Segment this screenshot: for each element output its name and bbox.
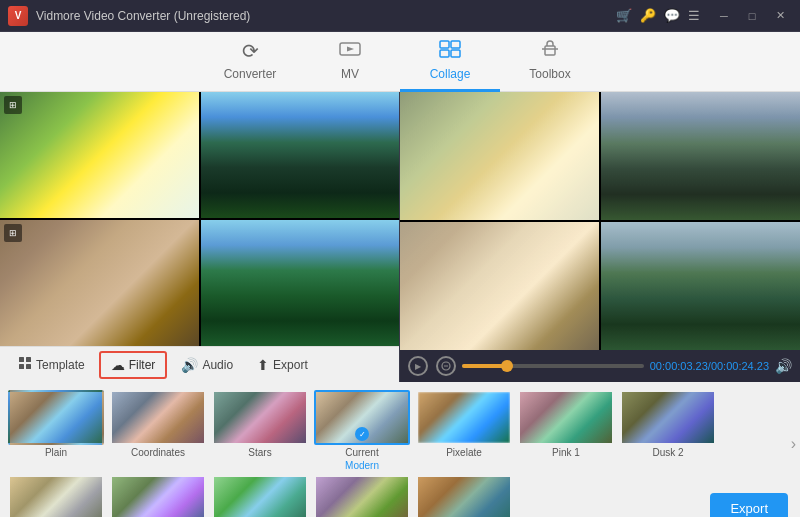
svg-rect-8 [26,357,31,362]
filter-item-pink1[interactable]: Pink 1 [518,390,614,471]
filter-item-plain[interactable]: Plain [8,390,104,471]
audio-button[interactable]: 🔊 Audio [171,353,243,377]
cell-overlay-1: ⊞ [4,96,22,114]
svg-rect-5 [545,46,555,55]
filter-thumb-plain [8,390,104,445]
filter-item-dusk2[interactable]: Dusk 2 [620,390,716,471]
cart-icon[interactable]: 🛒 [616,8,632,23]
tab-toolbox[interactable]: Toolbox [500,32,600,92]
filter-thumb-dusk2 [620,390,716,445]
filter-thumb-inner-r2-2 [112,477,204,517]
filter-thumb-inner-r2-5 [418,477,510,517]
export-button[interactable]: Export [710,493,788,517]
maximize-button[interactable]: □ [740,7,764,25]
svg-rect-7 [19,357,24,362]
player-time: 00:00:03.23/00:00:24.23 [650,360,769,372]
menu-icon[interactable]: ☰ [688,8,700,23]
filter-thumb-r2-3 [212,475,308,517]
svg-rect-9 [19,364,24,369]
collage-icon [439,40,461,63]
scroll-right-arrow[interactable]: › [791,435,796,453]
filter-thumb-r2-1 [8,475,104,517]
mv-icon [339,40,361,63]
svg-rect-10 [26,364,31,369]
left-panel: ⊞ ⊞ [0,92,400,382]
filter-item-pixelate[interactable]: Pixelate [416,390,512,471]
audio-icon: 🔊 [181,357,198,373]
filter-item-stars[interactable]: Stars [212,390,308,471]
window-controls: ─ □ ✕ [712,7,792,25]
filter-thumb-inner-pink1 [520,392,612,443]
filter-thumb-inner-r2-1 [10,477,102,517]
cell-overlay-3: ⊞ [4,224,22,242]
volume-icon[interactable]: 🔊 [775,358,792,374]
svg-rect-1 [440,41,449,48]
tab-converter[interactable]: ⟳ Converter [200,32,300,92]
play-button[interactable]: ▶ [408,356,428,376]
filter-item-r2-1[interactable] [8,475,104,517]
filter-thumb-inner-stars [214,392,306,443]
filter-label-modern: Modern [345,460,379,471]
filter-thumb-inner-dusk2 [622,392,714,443]
collage-cell-2[interactable] [201,92,400,218]
filter-item-r2-3[interactable] [212,475,308,517]
player-progress-thumb [501,360,513,372]
sound-button[interactable] [436,356,456,376]
filter-label: Filter [129,358,156,372]
export-toolbar-button[interactable]: ⬆ Export [247,353,318,377]
filter-label-stars: Stars [248,447,271,458]
key-icon[interactable]: 🔑 [640,8,656,23]
right-cell-4[interactable] [601,222,800,350]
audio-label: Audio [202,358,233,372]
template-label: Template [36,358,85,372]
player-controls: ▶ 00:00:03.23/00:00:24.23 🔊 [400,350,800,382]
tab-toolbox-label: Toolbox [529,67,570,81]
toolbox-icon [539,40,561,63]
filter-thumb-coordinates [110,390,206,445]
filter-label-dusk2: Dusk 2 [652,447,683,458]
player-progress-bar[interactable] [462,364,644,368]
filter-label-pixelate: Pixelate [446,447,482,458]
filter-item-coordinates[interactable]: Coordinates [110,390,206,471]
main-area: ⊞ ⊞ [0,92,800,517]
close-button[interactable]: ✕ [768,7,792,25]
converter-icon: ⟳ [242,39,259,63]
filter-button[interactable]: ☁ Filter [99,351,168,379]
filter-thumb-r2-5 [416,475,512,517]
filter-check-modern: ✓ [355,427,369,441]
collage-cell-3[interactable]: ⊞ [0,220,199,346]
filter-thumb-inner-coordinates [112,392,204,443]
filter-thumb-r2-4 [314,475,410,517]
tab-mv[interactable]: MV [300,32,400,92]
collage-cell-4[interactable] [201,220,400,346]
filter-thumb-pixelate [416,390,512,445]
right-cell-1[interactable] [400,92,599,220]
logo-text: V [15,10,22,21]
nav-tabs: ⟳ Converter MV Collage [0,32,800,92]
panels-row: ⊞ ⊞ [0,92,800,382]
filter-item-modern[interactable]: ✓ Current Modern [314,390,410,471]
tab-collage[interactable]: Collage [400,32,500,92]
right-cell-3[interactable] [400,222,599,350]
svg-rect-2 [451,41,460,48]
svg-rect-3 [440,50,449,57]
filter-label-plain: Plain [45,447,67,458]
filter-grid-row2 [0,475,800,517]
app-logo: V [8,6,28,26]
collage-cell-1[interactable]: ⊞ [0,92,199,218]
right-preview-grid [400,92,800,350]
template-button[interactable]: Template [8,352,95,377]
right-panel: ▶ 00:00:03.23/00:00:24.23 🔊 [400,92,800,382]
collage-preview-grid: ⊞ ⊞ [0,92,399,346]
filter-item-r2-2[interactable] [110,475,206,517]
filter-item-r2-4[interactable] [314,475,410,517]
title-bar-icons: 🛒 🔑 💬 ☰ [616,8,700,23]
right-cell-2[interactable] [601,92,800,220]
minimize-button[interactable]: ─ [712,7,736,25]
filter-thumb-stars [212,390,308,445]
filter-thumb-inner-plain [10,392,102,443]
chat-icon[interactable]: 💬 [664,8,680,23]
filter-thumb-inner-r2-4 [316,477,408,517]
filter-item-r2-5[interactable] [416,475,512,517]
filter-thumb-r2-2 [110,475,206,517]
